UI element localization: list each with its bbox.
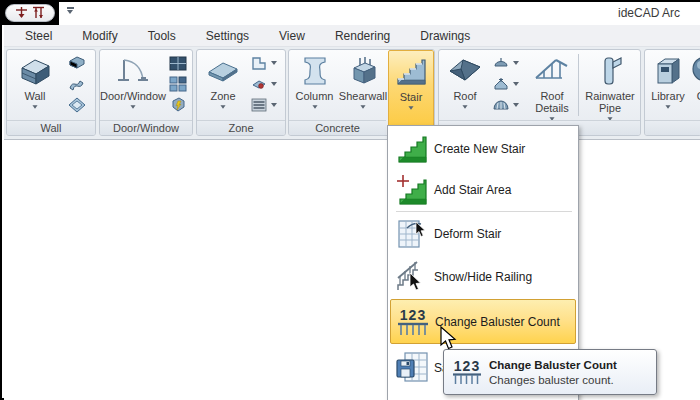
- wall-corner-icon[interactable]: [67, 54, 87, 72]
- concrete-group-label[interactable]: Concrete: [289, 120, 386, 135]
- library-dropdown-arrow-icon[interactable]: [665, 105, 670, 108]
- zone-layers-arrow-icon[interactable]: [271, 103, 277, 107]
- roof-button-label: Roof: [453, 90, 476, 102]
- change-baluster-count-icon: 123: [391, 308, 435, 336]
- zone-layers-icon[interactable]: [249, 96, 269, 114]
- wall-button[interactable]: Wall: [9, 52, 61, 122]
- zone-small-buttons: [249, 54, 277, 114]
- rainwater-pipe-button[interactable]: Rainwater Pipe: [581, 52, 639, 122]
- menu-view[interactable]: View: [264, 26, 320, 46]
- roof-details-button-label: Roof Details: [530, 90, 574, 114]
- ribbon-group-roof: Roof: [438, 49, 641, 136]
- qat-customize-arrow-icon[interactable]: [64, 7, 76, 19]
- shearwall-button[interactable]: Shearwall: [338, 52, 388, 122]
- door-window-dropdown-arrow-icon[interactable]: [130, 105, 135, 108]
- ribbon-group-library: Library Ob: [644, 49, 700, 136]
- roof-details-icon: [534, 52, 570, 90]
- stair-button[interactable]: Stair: [388, 50, 434, 127]
- menu-separator: [396, 211, 572, 212]
- wall-small-buttons: [67, 54, 87, 114]
- column-button[interactable]: Column: [291, 52, 338, 122]
- roof-dome-icon[interactable]: [491, 54, 511, 72]
- menu-tools[interactable]: Tools: [133, 26, 191, 46]
- library-group-label[interactable]: [645, 120, 700, 135]
- wall-group-label[interactable]: Wall: [7, 120, 95, 135]
- menu-item-change-baluster-count[interactable]: 123 Change Baluster Count: [390, 299, 576, 344]
- baluster-count-number: 123: [400, 308, 426, 322]
- menu-item-add-stair-area[interactable]: Add Stair Area: [390, 169, 576, 210]
- door-window-small-buttons: [168, 54, 188, 114]
- zone-outline-icon[interactable]: [249, 54, 269, 72]
- tooltip-baluster-icon: 123: [450, 359, 484, 385]
- roof-icon: [447, 52, 483, 90]
- qat-arrow-triangle: [67, 10, 73, 14]
- stair-dropdown-arrow-icon[interactable]: [408, 106, 413, 109]
- door-window-icon: [116, 52, 150, 90]
- roof-awning-arrow-icon[interactable]: [513, 103, 519, 107]
- tooltip-baluster-number: 123: [454, 359, 480, 373]
- lighting-object-icon[interactable]: [168, 96, 188, 114]
- window-frame: ideCAD Arc Steel Modify Tools Settings V…: [0, 0, 700, 400]
- column-dropdown-arrow-icon[interactable]: [312, 105, 317, 108]
- elevation-tool-icon[interactable]: [32, 6, 45, 20]
- zone-button[interactable]: Zone: [199, 52, 247, 122]
- library-button[interactable]: Library: [647, 52, 689, 122]
- title-bar: ideCAD Arc: [2, 2, 700, 25]
- shearwall-icon: [347, 52, 379, 90]
- rainwater-pipe-button-label: Rainwater Pipe: [582, 90, 638, 114]
- tooltip-change-baluster-count: 123 Change Baluster Count Changes balust…: [443, 349, 657, 395]
- dimension-tool-icon[interactable]: [15, 6, 28, 20]
- add-stair-area-icon: [390, 174, 434, 206]
- menu-modify[interactable]: Modify: [67, 26, 132, 46]
- roof-dome-arrow-icon[interactable]: [513, 61, 519, 65]
- zone-patch-arrow-icon[interactable]: [271, 82, 277, 86]
- ribbon-group-concrete: Column Shearwall: [288, 49, 435, 136]
- window-panes-icon[interactable]: [168, 75, 188, 93]
- roof-details-button[interactable]: Roof Details: [529, 52, 575, 122]
- menu-item-label: Show/Hide Railing: [434, 270, 532, 284]
- door-window-button[interactable]: Door/Window: [102, 52, 164, 122]
- stair-icon: [394, 53, 428, 91]
- menu-item-show-hide-railing[interactable]: Show/Hide Railing: [390, 256, 576, 297]
- shearwall-dropdown-arrow-icon[interactable]: [360, 105, 365, 108]
- zone-icon: [206, 52, 240, 90]
- zone-group-label[interactable]: Zone: [197, 120, 285, 135]
- menu-steel[interactable]: Steel: [10, 26, 67, 46]
- wall-diamond-icon[interactable]: [67, 96, 87, 114]
- menu-item-deform-stair[interactable]: Deform Stair: [390, 213, 576, 254]
- door-window-group-label[interactable]: Door/Window: [100, 120, 192, 135]
- mouse-cursor-icon: [439, 326, 457, 352]
- library-button-label: Library: [651, 90, 685, 102]
- roof-group-divider: [578, 54, 579, 116]
- show-hide-railing-icon: [390, 261, 434, 293]
- zone-dropdown-arrow-icon[interactable]: [220, 105, 225, 108]
- wall-icon: [18, 52, 52, 90]
- roof-gable-icon[interactable]: [491, 75, 511, 93]
- menu-item-create-new-stair[interactable]: Create New Stair: [390, 128, 576, 169]
- zone-patch-icon[interactable]: [249, 75, 269, 93]
- wall-button-label: Wall: [25, 90, 46, 102]
- window-dark-icon[interactable]: [168, 54, 188, 72]
- stair-button-label: Stair: [400, 91, 423, 103]
- tooltip-title: Change Baluster Count: [489, 359, 617, 371]
- column-icon: [300, 52, 330, 90]
- shearwall-button-label: Shearwall: [339, 90, 387, 102]
- window-title: ideCAD Arc: [618, 6, 700, 20]
- curved-wall-icon[interactable]: [67, 75, 87, 93]
- object-button-label: Ob: [697, 90, 700, 102]
- door-window-button-label: Door/Window: [100, 90, 166, 102]
- menu-drawings[interactable]: Drawings: [405, 26, 485, 46]
- zone-outline-arrow-icon[interactable]: [271, 61, 277, 65]
- object-button[interactable]: Ob: [689, 52, 700, 122]
- menu-rendering[interactable]: Rendering: [320, 26, 405, 46]
- roof-dropdown-arrow-icon[interactable]: [462, 105, 467, 108]
- menu-item-label: Create New Stair: [434, 142, 525, 156]
- qat-arrow-bar: [67, 7, 74, 9]
- roof-gable-arrow-icon[interactable]: [513, 82, 519, 86]
- wall-dropdown-arrow-icon[interactable]: [32, 105, 37, 108]
- roof-awning-icon[interactable]: [491, 96, 511, 114]
- roof-button[interactable]: Roof: [443, 52, 487, 122]
- ribbon-group-zone: Zone: [196, 49, 286, 136]
- menu-settings[interactable]: Settings: [191, 26, 264, 46]
- ribbon: Wall: [4, 47, 700, 140]
